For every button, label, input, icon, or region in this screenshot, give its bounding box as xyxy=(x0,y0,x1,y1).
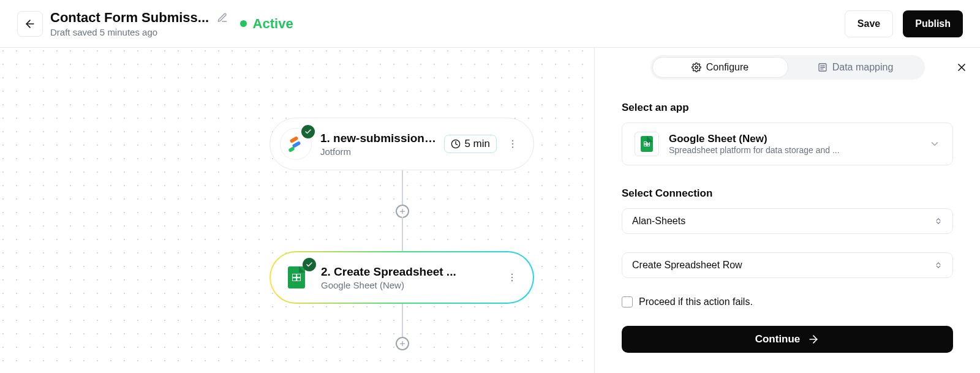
sort-icon xyxy=(934,261,943,269)
close-panel-button[interactable] xyxy=(956,61,968,76)
proceed-checkbox[interactable] xyxy=(622,296,633,307)
arrow-right-icon xyxy=(807,333,820,345)
clock-icon xyxy=(451,139,461,149)
dots-vertical-icon xyxy=(507,138,518,149)
section-select-connection: Select Connection xyxy=(622,187,953,200)
action-value: Create Spreadsheet Row xyxy=(632,260,742,271)
gear-icon xyxy=(692,62,701,72)
workflow-node-action[interactable]: 2. Create Spreadsheet ... Google Sheet (… xyxy=(270,251,534,304)
config-panel: Configure Data mapping Select an app Goo… xyxy=(594,48,980,373)
pencil-icon xyxy=(217,12,228,23)
check-badge-icon xyxy=(303,258,316,271)
continue-button[interactable]: Continue xyxy=(622,326,953,353)
app-selector[interactable]: Google Sheet (New) Spreadsheet platform … xyxy=(622,122,953,165)
title-block: Contact Form Submiss... Draft saved 5 mi… xyxy=(50,10,228,37)
svg-point-7 xyxy=(511,274,513,275)
draft-status: Draft saved 5 minutes ago xyxy=(50,27,228,37)
connector-line xyxy=(402,170,403,205)
edit-title-button[interactable] xyxy=(217,12,228,23)
section-select-app: Select an app xyxy=(622,102,953,114)
dots-vertical-icon xyxy=(507,272,518,283)
status-label: Active xyxy=(253,16,293,32)
svg-point-9 xyxy=(511,280,513,281)
google-sheets-app-icon xyxy=(635,132,659,156)
workflow-title[interactable]: Contact Form Submiss... xyxy=(50,10,209,26)
chevron-down-icon xyxy=(929,138,940,149)
check-badge-icon xyxy=(301,125,315,138)
tab-label: Data mapping xyxy=(832,62,894,73)
connector-line xyxy=(402,304,403,337)
svg-point-2 xyxy=(512,140,513,141)
connection-select[interactable]: Alan-Sheets xyxy=(622,208,953,234)
svg-point-3 xyxy=(512,143,513,145)
proceed-label: Proceed if this action fails. xyxy=(639,296,753,307)
workflow-canvas[interactable]: 1. new-submission-trig... Jotform 5 min xyxy=(0,48,594,373)
connector-line xyxy=(402,217,403,251)
plus-icon xyxy=(399,340,406,347)
node-menu-button[interactable] xyxy=(503,272,521,283)
tab-data-mapping[interactable]: Data mapping xyxy=(788,57,923,78)
action-select[interactable]: Create Spreadsheet Row xyxy=(622,252,953,278)
node-title: 1. new-submission-trig... xyxy=(320,132,439,145)
panel-tabs: Configure Data mapping xyxy=(650,55,925,80)
svg-point-12 xyxy=(695,66,698,69)
publish-button[interactable]: Publish xyxy=(903,10,963,37)
app-description: Spreadsheet platform for data storage an… xyxy=(669,145,919,155)
tab-configure[interactable]: Configure xyxy=(652,57,788,78)
node-title: 2. Create Spreadsheet ... xyxy=(321,265,503,279)
jotform-app-icon xyxy=(280,128,312,160)
svg-point-8 xyxy=(511,277,513,278)
add-step-button[interactable] xyxy=(396,205,409,218)
status-dot-icon xyxy=(240,20,247,27)
google-sheets-app-icon xyxy=(281,262,312,293)
node-app: Jotform xyxy=(320,146,439,157)
status-badge: Active xyxy=(240,16,293,32)
node-menu-button[interactable] xyxy=(504,138,521,149)
svg-point-4 xyxy=(512,146,513,148)
node-app: Google Sheet (New) xyxy=(321,280,503,290)
app-name: Google Sheet (New) xyxy=(669,133,919,145)
frequency-label: 5 min xyxy=(464,138,490,150)
list-icon xyxy=(818,62,827,72)
frequency-pill[interactable]: 5 min xyxy=(444,135,497,153)
save-button[interactable]: Save xyxy=(845,10,893,37)
sort-icon xyxy=(934,217,943,225)
workflow-node-trigger[interactable]: 1. new-submission-trig... Jotform 5 min xyxy=(270,118,534,170)
tab-label: Configure xyxy=(706,62,748,73)
arrow-left-icon xyxy=(24,18,36,30)
proceed-on-fail-row[interactable]: Proceed if this action fails. xyxy=(622,296,953,307)
connection-value: Alan-Sheets xyxy=(632,216,685,227)
back-button[interactable] xyxy=(17,11,43,37)
plus-icon xyxy=(399,208,406,215)
add-step-button[interactable] xyxy=(396,337,409,350)
close-icon xyxy=(956,61,968,73)
header-bar: Contact Form Submiss... Draft saved 5 mi… xyxy=(0,0,980,48)
